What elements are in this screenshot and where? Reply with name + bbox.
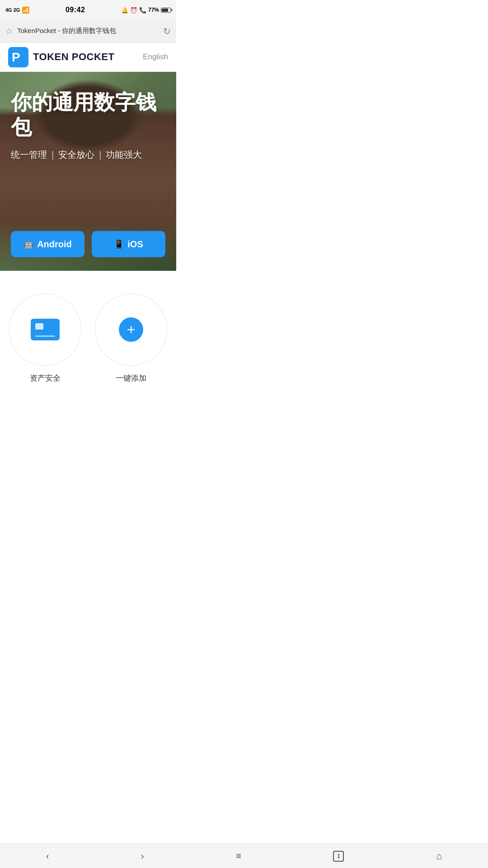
hero-feature-2: 安全放心 (58, 149, 94, 161)
hero-buttons: 🤖 Android 📱 iOS (11, 231, 165, 257)
feature-label-2: 一键添加 (116, 373, 146, 383)
feature-item-security: 资产安全 (9, 293, 81, 383)
ios-button-label: iOS (127, 239, 143, 250)
android-icon: 🤖 (23, 239, 33, 249)
logo-text: TOKEN POCKET (33, 51, 114, 63)
svg-text:P: P (12, 50, 20, 64)
logo-icon: P (8, 47, 28, 67)
card-icon (31, 319, 60, 340)
hero-title: 你的通用数字钱包 (11, 90, 165, 140)
feature-circle-2: + (95, 293, 167, 366)
status-time: 09:42 (66, 6, 85, 14)
card-chip (35, 323, 43, 330)
browser-bar: ☆ TokenPocket - 你的通用数字钱包 ↻ (0, 20, 176, 42)
feature-label-1: 资产安全 (30, 373, 61, 383)
wifi-icon: 📶 (22, 6, 29, 14)
call-icon: 📞 (139, 7, 146, 14)
features-section: 资产安全 + 一键添加 (0, 271, 176, 397)
ios-icon: 📱 (114, 239, 124, 249)
android-download-button[interactable]: 🤖 Android (11, 231, 84, 257)
feature-item-add: + 一键添加 (95, 293, 167, 383)
alarm-icon: ⏰ (130, 7, 137, 14)
hero-divider-2: | (99, 150, 101, 160)
hero-section: 你的通用数字钱包 统一管理 | 安全放心 | 功能强大 🤖 Android 📱 … (0, 72, 176, 271)
feature-circle-1 (9, 293, 81, 366)
ios-download-button[interactable]: 📱 iOS (92, 231, 165, 257)
language-button[interactable]: English (143, 52, 168, 61)
hero-feature-3: 功能强大 (106, 149, 142, 161)
plus-icon: + (119, 317, 143, 342)
hero-divider-1: | (52, 150, 54, 160)
status-right: 🔔 ⏰ 📞 77% (121, 7, 171, 14)
bookmark-icon[interactable]: ☆ (5, 26, 13, 36)
battery-percent: 77% (148, 7, 159, 13)
hero-feature-1: 统一管理 (11, 149, 47, 161)
logo-area: P TOKEN POCKET (8, 47, 114, 67)
bell-icon: 🔔 (121, 7, 128, 14)
signal-icon: 4G 2G (5, 7, 20, 13)
features-grid: 资产安全 + 一键添加 (9, 293, 167, 383)
site-header: P TOKEN POCKET English (0, 42, 176, 72)
hero-subtitle: 统一管理 | 安全放心 | 功能强大 (11, 149, 165, 161)
status-bar: 4G 2G 📶 09:42 🔔 ⏰ 📞 77% (0, 0, 176, 20)
url-display[interactable]: TokenPocket - 你的通用数字钱包 (17, 27, 159, 35)
status-left: 4G 2G 📶 (5, 6, 29, 14)
battery-icon (161, 8, 171, 13)
hero-content: 你的通用数字钱包 统一管理 | 安全放心 | 功能强大 🤖 Android 📱 … (0, 72, 176, 271)
refresh-icon[interactable]: ↻ (163, 26, 171, 37)
android-button-label: Android (37, 239, 72, 250)
